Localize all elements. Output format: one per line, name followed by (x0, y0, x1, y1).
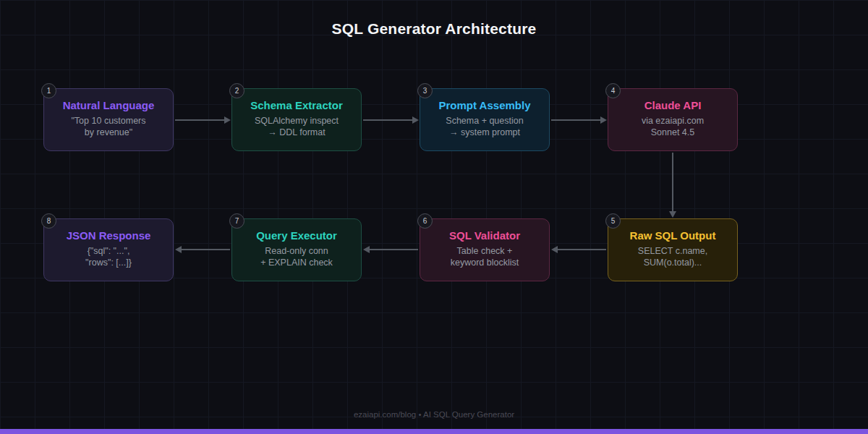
diagram-node: 7 Query Executor Read-only conn + EXPLAI… (231, 218, 362, 281)
node-sub-line2: + EXPLAIN check (232, 257, 361, 268)
node-sub-line2: "rows": [...]} (44, 257, 173, 268)
node-title: Raw SQL Output (608, 229, 737, 242)
node-sub-line2: by revenue" (44, 127, 173, 138)
node-number-badge: 5 (605, 213, 621, 229)
node-sub-line2: → system prompt (420, 127, 549, 138)
node-sub-line1: Table check + (420, 245, 549, 257)
footer-caption: ezaiapi.com/blog • AI SQL Query Generato… (0, 410, 868, 419)
diagram-node: 3 Prompt Assembly Schema + question → sy… (420, 88, 550, 151)
node-sub-line1: {"sql": "...", (44, 245, 173, 257)
diagram-node: 6 SQL Validator Table check + keyword bl… (420, 218, 550, 281)
diagram-node: 1 Natural Language "Top 10 customers by … (43, 88, 174, 151)
flow-arrow-1-2 (175, 119, 224, 121)
node-title: Prompt Assembly (420, 99, 549, 111)
node-title: Schema Extractor (232, 99, 361, 111)
node-title: SQL Validator (420, 229, 549, 242)
node-number-badge: 7 (229, 213, 244, 229)
diagram-canvas: SQL Generator Architecture 1 Natural Lan… (0, 0, 868, 434)
diagram-node: 8 JSON Response {"sql": "...", "rows": [… (43, 218, 174, 281)
node-sub-line1: SQLAlchemy inspect (232, 115, 361, 127)
node-number-badge: 2 (229, 83, 244, 98)
node-sub-line1: "Top 10 customers (44, 115, 173, 127)
flow-arrow-7-8 (182, 249, 230, 250)
flow-arrow-3-4 (551, 119, 600, 121)
flow-arrow-4-5 (672, 153, 673, 211)
node-sub-line2: → DDL format (232, 127, 361, 138)
node-number-badge: 4 (605, 83, 621, 98)
node-number-badge: 6 (417, 213, 433, 229)
node-title: Query Executor (232, 229, 361, 242)
flow-arrow-6-7 (370, 249, 418, 250)
diagram-title: SQL Generator Architecture (0, 20, 868, 38)
flow-arrow-5-6 (558, 249, 606, 250)
node-sub-line2: Sonnet 4.5 (608, 127, 737, 138)
node-sub-line1: Schema + question (420, 115, 549, 127)
node-number-badge: 3 (417, 83, 433, 98)
node-sub-line2: SUM(o.total)... (608, 257, 737, 268)
node-number-badge: 8 (41, 213, 56, 229)
node-sub-line1: Read-only conn (232, 245, 361, 257)
diagram-node: 2 Schema Extractor SQLAlchemy inspect → … (231, 88, 362, 151)
node-title: Natural Language (44, 99, 173, 111)
diagram-node: 4 Claude API via ezaiapi.com Sonnet 4.5 (608, 88, 738, 151)
node-title: JSON Response (44, 229, 173, 242)
node-sub-line1: via ezaiapi.com (608, 115, 737, 127)
node-sub-line1: SELECT c.name, (608, 245, 737, 257)
node-title: Claude API (608, 99, 737, 111)
node-number-badge: 1 (41, 83, 56, 98)
diagram-node: 5 Raw SQL Output SELECT c.name, SUM(o.to… (608, 218, 738, 281)
flow-arrow-2-3 (363, 119, 412, 121)
bottom-accent-bar (0, 429, 868, 434)
node-sub-line2: keyword blocklist (420, 257, 549, 268)
